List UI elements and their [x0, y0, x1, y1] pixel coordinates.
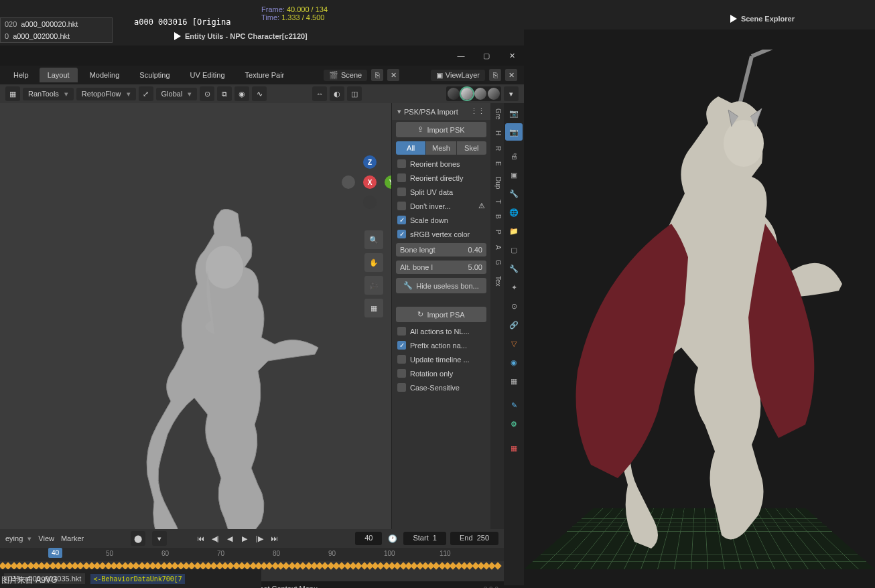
bone-length-field[interactable]: Bone lengt0.40 [396, 243, 486, 256]
tab-gre[interactable]: Gre [490, 103, 504, 125]
start-frame-field[interactable]: Start 1 [403, 532, 446, 545]
workspace-tab-modeling[interactable]: Modeling [82, 68, 128, 82]
file-row[interactable]: 020a000_000020.hkt [1, 18, 112, 30]
retopoflow-dropdown[interactable]: RetopoFlow▾ [76, 88, 136, 100]
keyframe-prev-icon[interactable]: ◀| [208, 532, 222, 545]
close-button[interactable]: ✕ [505, 49, 519, 62]
editor-type-icon[interactable]: ▦ [5, 86, 20, 101]
axis-z[interactable]: Z [363, 155, 377, 169]
keying-dropdown[interactable]: eying▾ [5, 534, 31, 543]
jump-end-icon[interactable]: ⏭ [267, 532, 281, 545]
alt-bone-field[interactable]: Alt. bone l5.00 [396, 261, 486, 274]
shading-options-icon[interactable]: ▾ [504, 86, 519, 101]
physics-tab-icon[interactable]: ⊙ [505, 297, 523, 315]
axis-x[interactable]: X [363, 175, 377, 189]
snap-icon[interactable]: ⧉ [217, 86, 232, 101]
zoom-icon[interactable]: 🔍 [364, 230, 383, 249]
render-tab-icon[interactable]: 📷 [505, 123, 523, 141]
playhead[interactable]: 40 [48, 548, 62, 558]
shading-material[interactable] [474, 88, 486, 100]
game-engine-viewport[interactable] [524, 29, 875, 569]
tool-tab-icon[interactable]: ⚙ [505, 415, 523, 433]
tab-g[interactable]: G [490, 254, 504, 271]
maximize-button[interactable]: ▢ [480, 49, 493, 62]
play-icon[interactable]: ▶ [238, 532, 251, 545]
texture-tab-icon[interactable]: ▦ [505, 372, 523, 390]
current-frame-field[interactable]: 40 [355, 532, 382, 545]
reorient-directly-check[interactable]: Reorient directly [392, 171, 490, 185]
particle-tab-icon[interactable]: ✦ [505, 279, 523, 296]
checker-tab-icon[interactable]: ▦ [505, 439, 523, 457]
view-menu[interactable]: View [38, 534, 54, 542]
workspace-tab-sculpting[interactable]: Sculpting [131, 68, 178, 82]
axis-bottom[interactable] [363, 196, 377, 209]
jump-start-icon[interactable]: ⏮ [194, 532, 207, 545]
edit-tab-icon[interactable]: ✎ [505, 396, 523, 414]
clock-icon[interactable]: 🕐 [386, 532, 399, 545]
delete-scene-button[interactable]: ✕ [387, 69, 399, 81]
seg-all[interactable]: All [396, 141, 426, 155]
orientation-icon[interactable]: ⤢ [139, 86, 153, 101]
modifier-tab-icon[interactable]: 🔧 [505, 260, 523, 277]
workspace-tab-texture[interactable]: Texture Pair [237, 68, 293, 82]
hide-useless-button[interactable]: 🔧Hide useless bon... [396, 278, 486, 293]
scene-explorer-header[interactable]: Scene Explorer [730, 15, 795, 23]
viewlayer-selector[interactable]: ▣ViewLayer [431, 70, 485, 81]
tab-r[interactable]: R [490, 141, 504, 156]
dont-invert-check[interactable]: Don't inver...⚠ [392, 199, 490, 213]
tab-t[interactable]: T [490, 194, 504, 209]
xray-icon[interactable]: ◫ [347, 86, 362, 101]
workspace-tab-uvediting[interactable]: UV Editing [182, 68, 233, 82]
record-icon[interactable]: ⬤ [131, 531, 145, 546]
new-viewlayer-button[interactable]: ⎘ [489, 69, 501, 81]
tab-dup[interactable]: Dup [490, 171, 504, 194]
tab-e[interactable]: E [490, 156, 504, 171]
reorient-bones-check[interactable]: Reorient bones [392, 157, 490, 171]
overlays-icon[interactable]: ◐ [330, 86, 344, 101]
update-timeline-check[interactable]: Update timeline ... [392, 352, 490, 366]
entity-utils-header[interactable]: Entity Utils - NPC Character[c2120] [174, 32, 308, 40]
behavior-entry[interactable]: <-BehaviorDataUnk700[7 [90, 574, 184, 584]
material-tab-icon[interactable]: ◉ [505, 354, 523, 371]
scene-tab-icon[interactable]: 🔧 [505, 185, 523, 202]
curve-icon[interactable]: ∿ [252, 86, 267, 101]
proportional-icon[interactable]: ◉ [234, 86, 249, 101]
pivot-icon[interactable]: ⊙ [200, 86, 214, 101]
rotation-only-check[interactable]: Rotation only [392, 366, 490, 380]
end-frame-field[interactable]: End 250 [450, 532, 498, 545]
axis-neg[interactable] [342, 175, 355, 189]
case-sensitive-check[interactable]: Case-Sensitive [392, 380, 490, 394]
scale-down-check[interactable]: Scale down [392, 213, 490, 227]
keyframe-next-icon[interactable]: |▶ [253, 532, 266, 545]
collection-tab-icon[interactable]: 📁 [505, 222, 523, 240]
viewlayer-tab-icon[interactable]: ▣ [505, 166, 523, 183]
delete-viewlayer-button[interactable]: ✕ [505, 69, 517, 81]
menu-help[interactable]: Help [7, 68, 36, 82]
output-tab-icon[interactable]: 🖨 [505, 147, 523, 165]
workspace-tab-layout[interactable]: Layout [40, 68, 78, 82]
orientation-dropdown[interactable]: Global▾ [156, 88, 198, 100]
import-psk-button[interactable]: ⇪Import PSK [396, 122, 486, 137]
new-scene-button[interactable]: ⎘ [371, 69, 383, 81]
seg-mesh[interactable]: Mesh [426, 141, 456, 155]
rantools-dropdown[interactable]: RanTools▾ [23, 88, 74, 100]
shading-solid[interactable] [461, 88, 473, 100]
import-psa-button[interactable]: ↻Import PSA [396, 307, 486, 322]
grip-icon[interactable]: ⋮⋮ [470, 107, 485, 116]
tab-p[interactable]: P [490, 224, 504, 240]
data-tab-icon[interactable]: ▽ [505, 335, 523, 352]
tab-a[interactable]: A [490, 240, 504, 255]
keyframe-diamond[interactable] [494, 562, 501, 569]
object-tab-icon[interactable]: ▢ [505, 241, 523, 259]
play-reverse-icon[interactable]: ◀ [223, 532, 237, 545]
shading-wireframe[interactable] [448, 88, 460, 100]
tab-tex[interactable]: Tex [490, 271, 504, 292]
camera-tab-icon[interactable]: 📷 [505, 104, 523, 122]
tab-h[interactable]: H [490, 125, 504, 141]
tab-b[interactable]: B [490, 209, 504, 224]
camera-icon[interactable]: 🎥 [364, 276, 383, 295]
constraint-tab-icon[interactable]: 🔗 [505, 316, 523, 334]
timeline-ruler[interactable]: 40 50 60 70 80 90 100 110 [0, 548, 504, 561]
world-tab-icon[interactable]: 🌐 [505, 204, 523, 221]
gizmo-toggle-icon[interactable]: ↔ [312, 86, 327, 101]
